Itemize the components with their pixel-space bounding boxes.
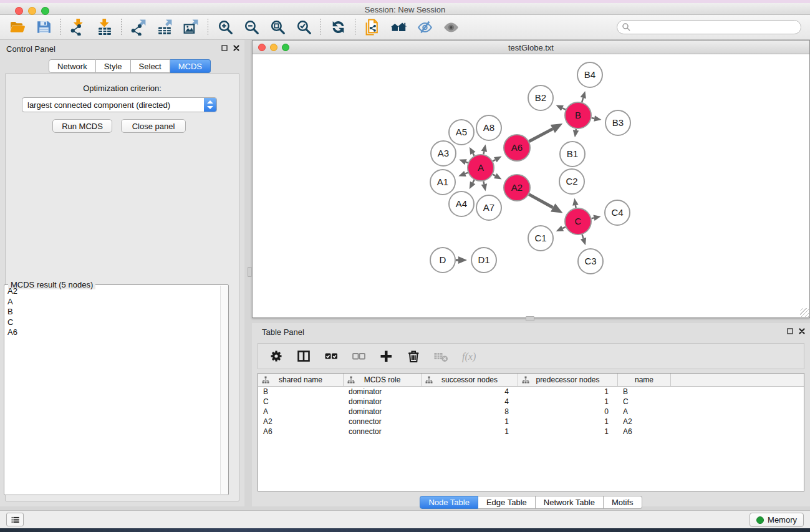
open-session-button[interactable] xyxy=(6,17,29,37)
zoom-in-button[interactable] xyxy=(214,17,236,37)
cell-predecessor-nodes[interactable]: 0 xyxy=(518,407,618,416)
search-input[interactable] xyxy=(617,20,801,34)
tab-network-table[interactable]: Network Table xyxy=(536,496,604,509)
cell-name[interactable]: A xyxy=(618,407,671,416)
memory-button[interactable]: Memory xyxy=(750,513,804,527)
import-network-button[interactable] xyxy=(67,17,89,37)
column-header-predecessor-nodes[interactable]: predecessor nodes xyxy=(518,374,618,386)
edge-B-B2[interactable] xyxy=(562,108,566,109)
float-panel-icon[interactable] xyxy=(221,45,228,51)
edge-C-C1[interactable] xyxy=(562,227,566,228)
edge-B-B3[interactable] xyxy=(592,118,595,118)
node-D1[interactable]: D1 xyxy=(471,248,496,273)
edge-A-A7[interactable] xyxy=(483,181,484,185)
table-row[interactable]: Bdominator41B xyxy=(258,387,804,397)
cell-successor-nodes[interactable]: 4 xyxy=(422,387,518,396)
tab-mcds[interactable]: MCDS xyxy=(170,59,211,73)
column-header-shared-name[interactable]: shared name xyxy=(258,374,344,386)
cell-shared-name[interactable]: A2 xyxy=(258,417,344,426)
cell-predecessor-nodes[interactable]: 1 xyxy=(518,397,618,406)
network-window-titlebar[interactable]: testGlobe.txt xyxy=(253,41,809,54)
edge-A-A4[interactable] xyxy=(473,180,475,183)
run-mcds-button[interactable]: Run MCDS xyxy=(52,119,112,133)
table-row[interactable]: Adominator80A xyxy=(258,407,804,417)
float-table-panel-icon[interactable] xyxy=(787,328,793,334)
add-column-button[interactable] xyxy=(377,347,395,365)
cell-MCDS-role[interactable]: connector xyxy=(344,427,422,436)
node-D[interactable]: D xyxy=(430,248,455,273)
cell-successor-nodes[interactable]: 1 xyxy=(422,427,518,436)
mcds-result-list[interactable]: A2ABCA6 xyxy=(4,286,219,494)
cell-shared-name[interactable]: C xyxy=(258,397,344,406)
home-button[interactable] xyxy=(387,17,410,37)
tab-style[interactable]: Style xyxy=(96,59,131,73)
split-panel-button[interactable] xyxy=(294,347,313,365)
zoom-out-button[interactable] xyxy=(240,17,263,37)
node-C[interactable]: C xyxy=(565,208,591,235)
result-scrollbar[interactable] xyxy=(220,286,228,494)
close-table-panel-icon[interactable] xyxy=(799,328,805,334)
import-table-button[interactable] xyxy=(93,17,115,37)
cell-name[interactable]: A2 xyxy=(618,417,671,426)
node-A2[interactable]: A2 xyxy=(504,175,530,201)
cell-successor-nodes[interactable]: 1 xyxy=(422,417,518,426)
cell-successor-nodes[interactable]: 8 xyxy=(422,407,518,416)
edge-A-A3[interactable] xyxy=(466,162,468,163)
mcds-result-item[interactable]: C xyxy=(4,317,219,328)
zoom-fit-button[interactable] xyxy=(266,17,289,37)
column-header-name[interactable]: name xyxy=(618,374,671,386)
mcds-result-item[interactable]: A6 xyxy=(4,327,219,338)
column-header-MCDS-role[interactable]: MCDS role xyxy=(344,374,422,386)
node-B2[interactable]: B2 xyxy=(528,85,553,110)
delete-columns-button[interactable] xyxy=(404,347,423,365)
cell-MCDS-role[interactable]: dominator xyxy=(344,407,422,416)
export-network-button[interactable] xyxy=(127,17,150,37)
settings-gear-button[interactable] xyxy=(267,347,286,365)
cell-MCDS-role[interactable]: dominator xyxy=(344,397,422,406)
edge-A-A1[interactable] xyxy=(465,173,468,174)
cell-predecessor-nodes[interactable]: 1 xyxy=(518,427,618,436)
node-A3[interactable]: A3 xyxy=(431,141,456,166)
tab-network[interactable]: Network xyxy=(49,59,96,73)
birds-eye-view-button[interactable] xyxy=(440,17,462,37)
node-C3[interactable]: C3 xyxy=(578,249,603,274)
node-C4[interactable]: C4 xyxy=(605,200,630,225)
tab-edge-table[interactable]: Edge Table xyxy=(478,496,536,509)
horizontal-splitter-grip[interactable] xyxy=(526,316,534,321)
tab-node-table[interactable]: Node Table xyxy=(420,496,478,509)
export-table-button[interactable] xyxy=(153,17,176,37)
network-canvas[interactable]: B4B2BB3A8A5A6A3B1AC2A1A2A4A7C4CC1DD1C3 xyxy=(253,54,809,317)
tab-motifs[interactable]: Motifs xyxy=(604,496,642,509)
edge-A-A8[interactable] xyxy=(483,152,484,155)
close-panel-icon[interactable] xyxy=(233,45,239,51)
deselect-all-button[interactable] xyxy=(349,347,368,365)
edge-B-B4[interactable] xyxy=(582,98,583,102)
node-C2[interactable]: C2 xyxy=(559,169,584,194)
table-row[interactable]: A6connector11A6 xyxy=(258,427,804,437)
cell-MCDS-role[interactable]: dominator xyxy=(344,387,422,396)
node-B4[interactable]: B4 xyxy=(577,62,602,87)
edge-A6-B[interactable] xyxy=(529,129,552,142)
tab-select[interactable]: Select xyxy=(131,59,170,73)
cell-MCDS-role[interactable]: connector xyxy=(344,417,422,426)
mcds-result-item[interactable]: A2 xyxy=(4,286,219,297)
task-history-button[interactable] xyxy=(6,513,24,526)
vertical-splitter-grip[interactable] xyxy=(248,267,252,277)
node-B3[interactable]: B3 xyxy=(605,110,630,135)
edge-C-C2[interactable] xyxy=(576,205,576,208)
close-panel-button[interactable]: Close panel xyxy=(121,119,186,133)
window-resize-grip[interactable] xyxy=(800,308,809,317)
node-A1[interactable]: A1 xyxy=(430,170,455,195)
hide-graphics-details-button[interactable] xyxy=(413,17,436,37)
cell-predecessor-nodes[interactable]: 1 xyxy=(518,387,618,396)
edge-C-C4[interactable] xyxy=(592,218,594,218)
node-A7[interactable]: A7 xyxy=(476,195,501,220)
cell-shared-name[interactable]: B xyxy=(258,387,344,396)
table-row[interactable]: Cdominator41C xyxy=(258,397,804,407)
node-A[interactable]: A xyxy=(468,155,494,181)
node-A8[interactable]: A8 xyxy=(476,115,501,140)
node-C1[interactable]: C1 xyxy=(528,226,553,251)
cell-name[interactable]: B xyxy=(618,387,671,396)
table-row[interactable]: A2connector11A2 xyxy=(258,417,804,427)
zoom-selected-button[interactable] xyxy=(292,17,315,37)
